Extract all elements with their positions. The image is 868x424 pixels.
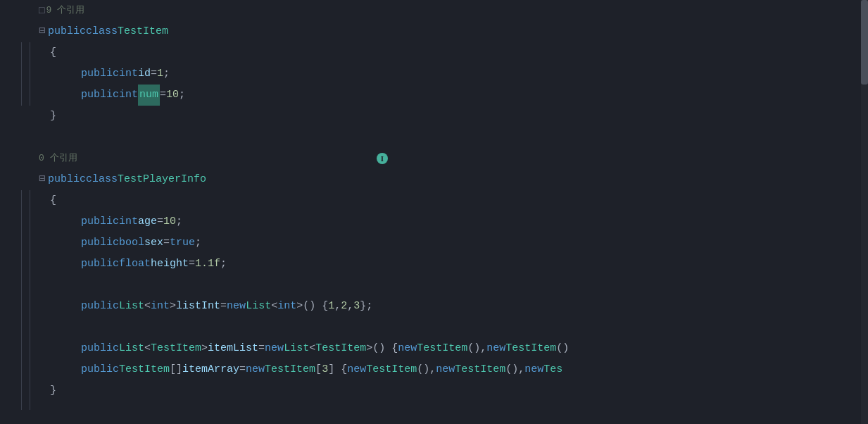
- kw-public-6: public: [81, 232, 119, 254]
- line-sex-field: public bool sex = true ;: [39, 232, 868, 254]
- line-close-brace1: }: [39, 106, 868, 127]
- kw-testitem-arr-4: TestItem: [455, 359, 505, 380]
- fold-minus-2[interactable]: ⊟: [39, 169, 45, 190]
- classname-testitem: TestItem: [118, 21, 168, 42]
- fold-indicator-1[interactable]: □: [39, 0, 44, 21]
- line-id-field: public int id = 1 ;: [39, 63, 868, 85]
- line-ref1: □ 9 个引用: [39, 0, 868, 21]
- val-10-1: 10: [166, 85, 179, 106]
- code-editor: □ 9 个引用 ⊟ public class TestItem { public…: [0, 0, 868, 424]
- semi-5: ;: [220, 254, 227, 275]
- val-1f: 1.1f: [195, 254, 220, 275]
- line-itemarray-field: public TestItem [] itemArray = new TestI…: [39, 359, 868, 380]
- kw-new-3: new: [398, 338, 417, 359]
- init-close-1: };: [360, 296, 372, 317]
- field-itemarray: itemArray: [182, 359, 239, 380]
- kw-int-generic-2: int: [277, 296, 296, 317]
- kw-testitem-arr-3: TestItem: [366, 359, 417, 380]
- kw-new-8: new: [524, 359, 543, 380]
- kw-testitem-4: TestItem: [505, 338, 556, 359]
- kw-testitem-arr-1: TestItem: [119, 359, 170, 380]
- kw-float: float: [119, 254, 151, 275]
- op-eq-7: =: [258, 338, 265, 359]
- fold-minus-1[interactable]: ⊟: [39, 21, 45, 42]
- kw-list-1: List: [119, 296, 144, 317]
- line-class1: ⊟ public class TestItem: [39, 21, 868, 42]
- text-cursor: [377, 153, 388, 164]
- semi-4: ;: [195, 232, 201, 254]
- keyword-class-1: class: [86, 21, 118, 42]
- code-content: □ 9 个引用 ⊟ public class TestItem { public…: [0, 0, 868, 401]
- brace-close-2: }: [39, 380, 56, 401]
- kw-testitem-arr-2: TestItem: [265, 359, 315, 380]
- field-listint: listInt: [176, 296, 220, 317]
- line-height-field: public float height = 1.1f ;: [39, 254, 868, 275]
- ref-count-2: 0 个引用: [39, 148, 77, 169]
- line-listint-field: public List < int > listInt = new List <…: [39, 296, 868, 317]
- kw-testitem-1: TestItem: [151, 338, 201, 359]
- kw-public-8: public: [81, 296, 119, 317]
- val-1: 1: [157, 63, 163, 85]
- field-id: id: [138, 63, 151, 85]
- kw-new-2: new: [265, 338, 284, 359]
- scrollbar-vertical[interactable]: [861, 0, 868, 424]
- ref-count-1: 9 个引用: [46, 0, 84, 21]
- kw-public-3: public: [81, 85, 119, 106]
- val-10-2: 10: [163, 211, 176, 232]
- keyword-public-1: public: [48, 21, 86, 42]
- scrollbar-thumb[interactable]: [861, 0, 868, 85]
- kw-new-5: new: [246, 359, 265, 380]
- paren-4: (),: [505, 359, 524, 380]
- line-ref2: 0 个引用: [39, 148, 868, 169]
- line-empty2: [39, 275, 868, 296]
- kw-new-7: new: [436, 359, 455, 380]
- kw-bool-1: bool: [119, 232, 144, 254]
- op-eq-3: =: [157, 211, 163, 232]
- line-empty1: [39, 127, 868, 148]
- op-eq-2: =: [160, 85, 166, 106]
- kw-list-2: List: [119, 338, 144, 359]
- field-itemlist: itemList: [208, 338, 258, 359]
- brace-open-1: {: [39, 42, 56, 63]
- line-open-brace1: {: [39, 42, 868, 63]
- op-eq-5: =: [189, 254, 195, 275]
- field-num-highlighted: num: [138, 85, 160, 106]
- angle-2: >: [201, 338, 208, 359]
- kw-public-7: public: [81, 254, 119, 275]
- kw-generic-close-2: >() {: [296, 296, 328, 317]
- line-close-brace2: }: [39, 380, 868, 401]
- angle-3: <: [309, 338, 315, 359]
- kw-list-new-1: List: [246, 296, 271, 317]
- val-2: 2: [341, 296, 347, 317]
- kw-generic-2: <: [271, 296, 277, 317]
- paren-3: (),: [417, 359, 436, 380]
- kw-new-6: new: [347, 359, 366, 380]
- val-1: 1: [328, 296, 334, 317]
- kw-list-new-2: List: [284, 338, 309, 359]
- kw-int-2: int: [119, 85, 138, 106]
- comma-2: ,: [347, 296, 353, 317]
- arr-size: [: [315, 359, 322, 380]
- field-sex: sex: [144, 232, 163, 254]
- line-open-brace2: {: [39, 190, 868, 211]
- kw-int-generic: int: [151, 296, 170, 317]
- line-itemlist-field: public List < TestItem > itemList = new …: [39, 338, 868, 359]
- kw-testitem-2: TestItem: [315, 338, 366, 359]
- kw-tes-partial: Tes: [543, 359, 562, 380]
- kw-int-1: int: [119, 63, 138, 85]
- line-age-field: public int age = 10 ;: [39, 211, 868, 232]
- keyword-public-4: public: [48, 169, 86, 190]
- op-eq-1: =: [151, 63, 157, 85]
- paren-2: (): [556, 338, 569, 359]
- keyword-class-2: class: [86, 169, 118, 190]
- kw-new-1: new: [227, 296, 246, 317]
- kw-public-5: public: [81, 211, 119, 232]
- brace-close-1: }: [39, 106, 56, 127]
- kw-testitem-3: TestItem: [417, 338, 467, 359]
- semi-2: ;: [179, 85, 185, 106]
- val-3-arr: 3: [322, 359, 328, 380]
- kw-public-10: public: [81, 359, 119, 380]
- op-eq-8: =: [239, 359, 246, 380]
- brace-open-2: {: [39, 190, 56, 211]
- angle-4: >() {: [366, 338, 398, 359]
